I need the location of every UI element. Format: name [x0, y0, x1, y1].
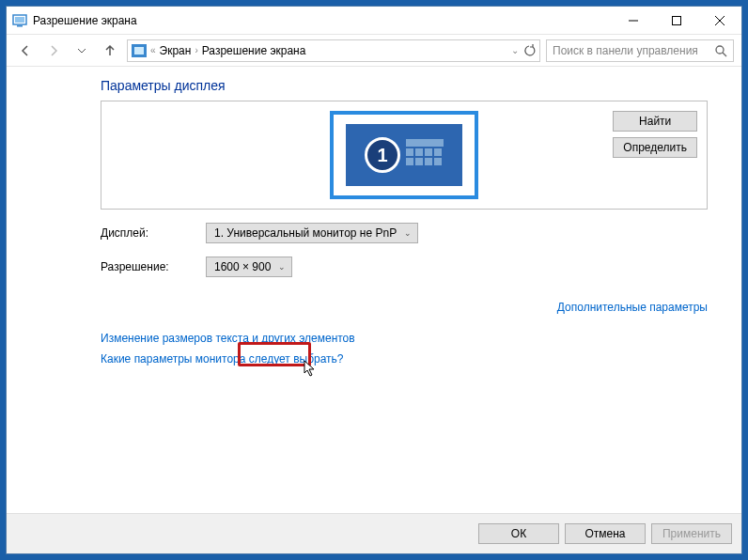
up-button[interactable] [99, 39, 121, 62]
display-preview-panel: 1 Найти Определить [101, 101, 708, 210]
cancel-button[interactable]: Отмена [565, 523, 646, 544]
advanced-settings-link[interactable]: Дополнительные параметры [557, 301, 708, 314]
minimize-button[interactable] [612, 7, 655, 34]
chevron-down-icon: ⌄ [278, 262, 286, 272]
navbar: « Экран › Разрешение экрана ⌄ Поиск в па… [7, 35, 741, 67]
resolution-label: Разрешение: [101, 260, 206, 273]
chevron-down-icon: ⌄ [404, 228, 412, 238]
svg-rect-1 [15, 17, 24, 23]
display-row: Дисплей: 1. Универсальный монитор не PnP… [101, 223, 708, 243]
svg-point-7 [716, 46, 724, 54]
text-size-link[interactable]: Изменение размеров текста и других элеме… [101, 332, 708, 345]
forward-button[interactable] [42, 39, 65, 62]
content-area: Параметры дисплея 1 Найти Определить Дис… [7, 67, 741, 513]
annotation-arrow [0, 411, 242, 486]
refresh-icon[interactable] [522, 44, 536, 57]
search-input[interactable]: Поиск в панели управления [546, 39, 734, 62]
maximize-button[interactable] [655, 7, 698, 34]
breadcrumb-item[interactable]: Экран [160, 44, 192, 57]
monitor-number-badge: 1 [365, 137, 400, 173]
svg-line-8 [723, 53, 726, 56]
resolution-row: Разрешение: 1600 × 900 ⌄ [101, 257, 708, 277]
find-button[interactable]: Найти [613, 111, 697, 132]
titlebar: Разрешение экрана [7, 7, 741, 35]
chevron-down-icon[interactable]: ⌄ [511, 45, 519, 55]
address-bar[interactable]: « Экран › Разрешение экрана ⌄ [127, 39, 540, 62]
monitor-preview[interactable]: 1 [330, 111, 478, 199]
close-button[interactable] [698, 7, 741, 34]
chevron-left-icon: « [150, 45, 156, 55]
search-icon [714, 44, 727, 57]
window-title: Разрешение экрана [33, 14, 612, 27]
display-value: 1. Универсальный монитор не PnP [214, 226, 397, 240]
breadcrumb-item[interactable]: Разрешение экрана [202, 44, 306, 57]
display-select[interactable]: 1. Универсальный монитор не PnP ⌄ [206, 223, 418, 243]
chevron-right-icon: › [195, 45, 197, 55]
control-panel-icon [132, 44, 147, 57]
back-button[interactable] [14, 39, 37, 62]
resolution-select[interactable]: 1600 × 900 ⌄ [206, 257, 292, 277]
page-heading: Параметры дисплея [101, 78, 708, 93]
window-controls [612, 7, 741, 34]
apply-button[interactable]: Применить [651, 523, 732, 544]
window: Разрешение экрана « Эк [6, 6, 742, 554]
svg-rect-4 [673, 16, 681, 24]
svg-line-10 [0, 411, 234, 424]
svg-rect-2 [17, 25, 23, 27]
dialog-footer: ОК Отмена Применить [7, 513, 741, 553]
ok-button[interactable]: ОК [478, 523, 559, 544]
calendar-grid-icon [406, 139, 444, 171]
search-placeholder: Поиск в панели управления [553, 44, 714, 57]
display-label: Дисплей: [101, 226, 206, 240]
help-link[interactable]: Какие параметры монитора следует выбрать… [101, 352, 708, 366]
monitor-icon [12, 13, 27, 28]
recent-dropdown[interactable] [70, 39, 93, 62]
resolution-value: 1600 × 900 [214, 260, 271, 273]
detect-button[interactable]: Определить [613, 137, 697, 158]
